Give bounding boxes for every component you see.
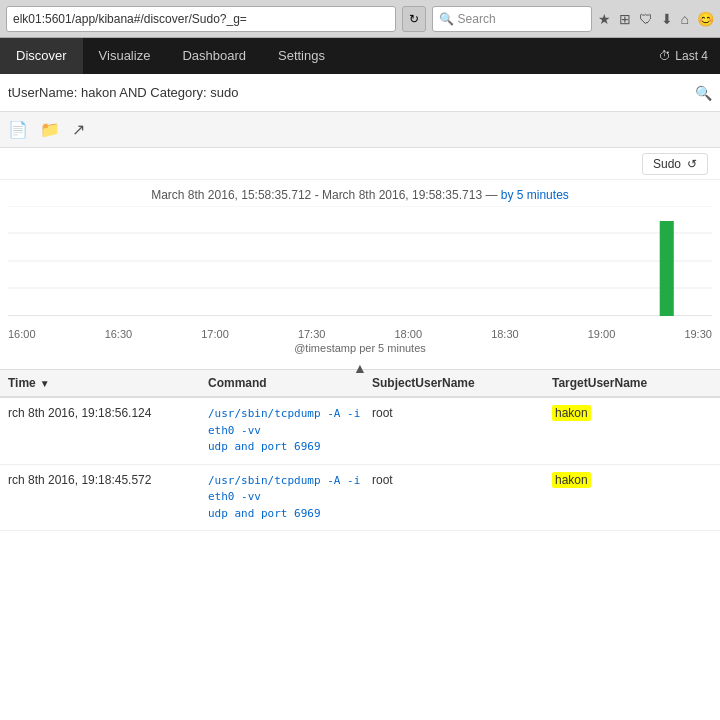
x-label-1800: 18:00 (395, 328, 423, 340)
nav-discover[interactable]: Discover (0, 38, 83, 74)
bookmark-icon[interactable]: ★ (598, 11, 611, 27)
time-area: Sudo ↺ (0, 148, 720, 180)
download-icon[interactable]: ⬇ (661, 11, 673, 27)
shield-icon[interactable]: 🛡 (639, 11, 653, 27)
x-label-1900: 19:00 (588, 328, 616, 340)
nav-last-label: Last 4 (675, 49, 708, 63)
chart-inner (8, 206, 712, 326)
new-document-icon[interactable]: 📄 (8, 120, 28, 139)
x-label-1700: 17:00 (201, 328, 229, 340)
toolbar: 📄 📁 ↗ (0, 112, 720, 148)
svg-rect-5 (660, 221, 674, 316)
nav-visualize[interactable]: Visualize (83, 38, 167, 74)
browser-search-bar[interactable]: 🔍 Search (432, 6, 592, 32)
query-bar: 🔍 (0, 74, 720, 112)
target-user-cell-1: hakon (552, 406, 712, 420)
table-row[interactable]: rch 8th 2016, 19:18:45.572 /usr/sbin/tcp… (0, 465, 720, 532)
subject-user-cell-1: root (372, 406, 552, 420)
x-axis: 16:00 16:30 17:00 17:30 18:00 18:30 19:0… (8, 326, 712, 340)
grid-icon[interactable]: ⊞ (619, 11, 631, 27)
sudo-label: Sudo (653, 157, 681, 171)
cmd-cell-1: /usr/sbin/tcpdump -A -i eth0 -vvudp and … (208, 406, 372, 456)
time-cell-2: rch 8th 2016, 19:18:45.572 (8, 473, 208, 487)
home-icon[interactable]: ⌂ (681, 11, 689, 27)
subject-user-cell-2: root (372, 473, 552, 487)
sudo-badge: Sudo ↺ (642, 153, 708, 175)
x-axis-footer: @timestamp per 5 minutes (0, 340, 720, 356)
reload-button[interactable]: ↻ (402, 6, 426, 32)
open-folder-icon[interactable]: 📁 (40, 120, 60, 139)
time-cell-1: rch 8th 2016, 19:18:56.124 (8, 406, 208, 420)
x-label-1630: 16:30 (105, 328, 133, 340)
browser-search-placeholder: Search (458, 12, 496, 26)
query-input[interactable] (8, 85, 687, 100)
url-bar[interactable]: elk01:5601/app/kibana#/discover/Sudo?_g= (6, 6, 396, 32)
highlight-hakon-1: hakon (552, 405, 591, 421)
x-label-1730: 17:30 (298, 328, 326, 340)
url-text: elk01:5601/app/kibana#/discover/Sudo?_g= (13, 12, 389, 26)
top-nav: Discover Visualize Dashboard Settings ⏱ … (0, 38, 720, 74)
profile-icon[interactable]: 😊 (697, 11, 714, 27)
sudo-icon: ↺ (687, 157, 697, 171)
nav-time-info: ⏱ Last 4 (647, 49, 720, 63)
by-minutes-link[interactable]: by 5 minutes (501, 188, 569, 202)
cmd-cell-2: /usr/sbin/tcpdump -A -i eth0 -vvudp and … (208, 473, 372, 523)
nav-dashboard[interactable]: Dashboard (166, 38, 262, 74)
x-label-1600: 16:00 (8, 328, 36, 340)
table-row[interactable]: rch 8th 2016, 19:18:56.124 /usr/sbin/tcp… (0, 398, 720, 465)
target-user-cell-2: hakon (552, 473, 712, 487)
x-label-1830: 18:30 (491, 328, 519, 340)
time-range-label: March 8th 2016, 15:58:35.712 - March 8th… (0, 188, 720, 206)
browser-toolbar-icons: ★ ⊞ 🛡 ⬇ ⌂ 😊 (598, 11, 714, 27)
x-label-1930: 19:30 (684, 328, 712, 340)
collapse-arrow-icon: ▲ (353, 360, 367, 376)
browser-chrome: elk01:5601/app/kibana#/discover/Sudo?_g=… (0, 0, 720, 38)
nav-settings[interactable]: Settings (262, 38, 341, 74)
share-icon[interactable]: ↗ (72, 120, 85, 139)
chart-container: March 8th 2016, 15:58:35.712 - March 8th… (0, 180, 720, 370)
browser-search-icon: 🔍 (439, 12, 454, 26)
chart-svg (8, 206, 712, 316)
collapse-button[interactable]: ▲ (0, 356, 720, 380)
query-search-icon[interactable]: 🔍 (695, 85, 712, 101)
clock-icon: ⏱ (659, 49, 671, 63)
highlight-hakon-2: hakon (552, 472, 591, 488)
results-table: Time ▼ Command SubjectUserName TargetUse… (0, 370, 720, 531)
